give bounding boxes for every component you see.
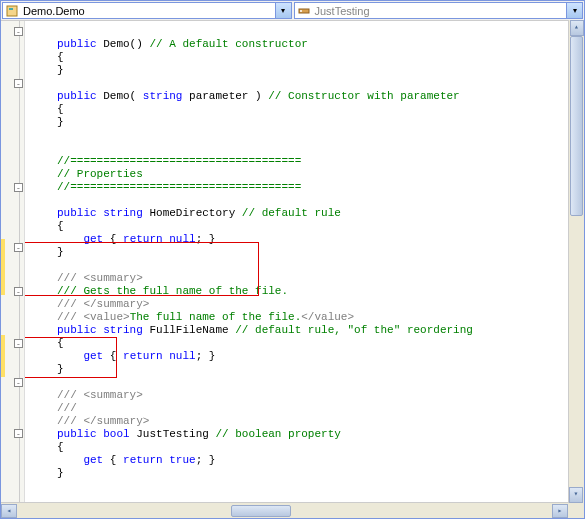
- vertical-scrollbar[interactable]: ▴ ▾: [568, 20, 584, 503]
- fold-toggle[interactable]: -: [14, 378, 23, 387]
- horizontal-scrollbar[interactable]: ◂ ▸: [1, 502, 584, 518]
- scroll-thumb[interactable]: [231, 505, 291, 517]
- scroll-down-button[interactable]: ▾: [569, 487, 583, 503]
- fold-toggle[interactable]: -: [14, 429, 23, 438]
- change-marker: [1, 239, 5, 295]
- fold-toggle[interactable]: -: [14, 243, 23, 252]
- fold-toggle[interactable]: -: [14, 183, 23, 192]
- svg-rect-0: [7, 6, 17, 16]
- scroll-right-button[interactable]: ▸: [552, 504, 568, 518]
- property-icon: [297, 4, 311, 18]
- member-selector-label: JustTesting: [315, 5, 370, 17]
- scroll-thumb[interactable]: [570, 36, 583, 216]
- fold-toggle[interactable]: -: [14, 79, 23, 88]
- type-selector-label: Demo.Demo: [23, 5, 85, 17]
- fold-toggle[interactable]: -: [14, 339, 23, 348]
- svg-rect-1: [9, 8, 13, 10]
- member-selector-dropdown[interactable]: JustTesting ▾: [294, 2, 584, 19]
- change-marker: [1, 335, 5, 377]
- fold-toggle[interactable]: -: [14, 287, 23, 296]
- chevron-down-icon[interactable]: ▾: [566, 3, 582, 18]
- class-icon: [5, 4, 19, 18]
- chevron-down-icon[interactable]: ▾: [275, 3, 291, 18]
- scroll-left-button[interactable]: ◂: [1, 504, 17, 518]
- code-gutter: - - - - - - - -: [1, 21, 25, 502]
- svg-point-3: [300, 10, 302, 12]
- fold-toggle[interactable]: -: [14, 27, 23, 36]
- scroll-up-button[interactable]: ▴: [570, 20, 584, 36]
- code-editor[interactable]: public Demo() // A default constructor {…: [25, 21, 584, 502]
- type-selector-dropdown[interactable]: Demo.Demo ▾: [2, 2, 292, 19]
